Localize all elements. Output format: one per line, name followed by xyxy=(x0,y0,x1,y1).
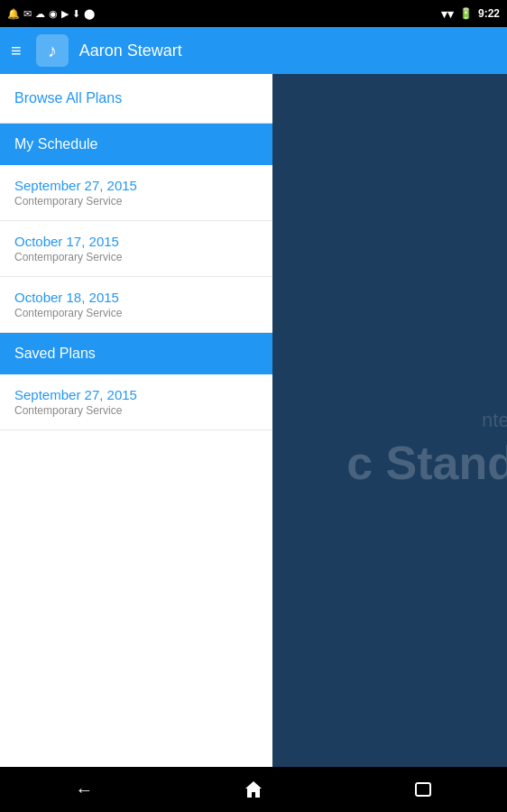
schedule-service-2: Contemporary Service xyxy=(14,307,258,319)
download-icon: ⬇ xyxy=(72,8,80,20)
back-arrow-icon: ← xyxy=(75,780,93,800)
schedule-item-1[interactable]: October 17, 2015 Contemporary Service xyxy=(0,221,272,277)
svg-marker-0 xyxy=(245,781,262,798)
bg-text-line1: nter xyxy=(346,409,507,432)
app-logo: ♪ xyxy=(36,34,69,67)
wifi-icon: ▾▾ xyxy=(441,7,454,21)
main-content: Browse All Plans My Schedule September 2… xyxy=(0,74,507,767)
schedule-service-0: Contemporary Service xyxy=(14,195,258,208)
saved-date-0: September 27, 2015 xyxy=(14,387,258,402)
status-bar: 🔔 ✉ ☁ ◉ ▶ ⬇ ⬤ ▾▾ 🔋 9:22 xyxy=(0,0,507,27)
saved-item-0[interactable]: September 27, 2015 Contemporary Service xyxy=(0,374,272,430)
schedule-item-2[interactable]: October 18, 2015 Contemporary Service xyxy=(0,277,272,333)
app-header: ≡ ♪ Aaron Stewart xyxy=(0,27,507,74)
music-play-icon: ▶ xyxy=(61,8,69,20)
bottom-nav-bar: ← xyxy=(0,767,507,812)
app-title: Aaron Stewart xyxy=(79,42,182,60)
bg-text-line2: c Stand xyxy=(346,436,507,490)
sidebar-item-browse[interactable]: Browse All Plans xyxy=(0,74,272,124)
browse-all-plans-label: Browse All Plans xyxy=(14,90,122,106)
back-button[interactable]: ← xyxy=(60,772,107,807)
recents-button[interactable] xyxy=(400,774,447,805)
my-schedule-header: My Schedule xyxy=(0,124,272,165)
sidebar-drawer: Browse All Plans My Schedule September 2… xyxy=(0,74,272,767)
my-schedule-label: My Schedule xyxy=(14,136,98,152)
battery-icon: 🔋 xyxy=(459,7,473,20)
status-right: ▾▾ 🔋 9:22 xyxy=(441,7,500,21)
music-note-icon: ♪ xyxy=(48,41,57,61)
schedule-service-1: Contemporary Service xyxy=(14,251,258,263)
status-icons: 🔔 ✉ ☁ ◉ ▶ ⬇ ⬤ xyxy=(7,8,95,20)
saved-service-0: Contemporary Service xyxy=(14,404,258,417)
right-panel: nter c Stand xyxy=(272,74,507,767)
clock: 9:22 xyxy=(478,7,500,20)
saved-plans-label: Saved Plans xyxy=(14,346,96,361)
home-icon xyxy=(244,780,263,799)
home-button[interactable] xyxy=(229,772,278,807)
notification-icon: 🔔 xyxy=(7,8,20,20)
recents-icon xyxy=(414,781,432,798)
schedule-date-1: October 17, 2015 xyxy=(14,234,258,249)
svg-rect-1 xyxy=(416,783,430,796)
record-icon: ⬤ xyxy=(84,8,95,20)
background-text: nter c Stand xyxy=(346,409,507,490)
schedule-item-0[interactable]: September 27, 2015 Contemporary Service xyxy=(0,165,272,221)
schedule-date-2: October 18, 2015 xyxy=(14,290,258,305)
hamburger-menu-icon[interactable]: ≡ xyxy=(11,41,22,61)
saved-plans-header: Saved Plans xyxy=(0,333,272,374)
schedule-date-0: September 27, 2015 xyxy=(14,178,258,193)
location-icon: ◉ xyxy=(49,8,58,20)
cloud-icon: ☁ xyxy=(35,8,45,20)
email-icon: ✉ xyxy=(23,8,32,20)
